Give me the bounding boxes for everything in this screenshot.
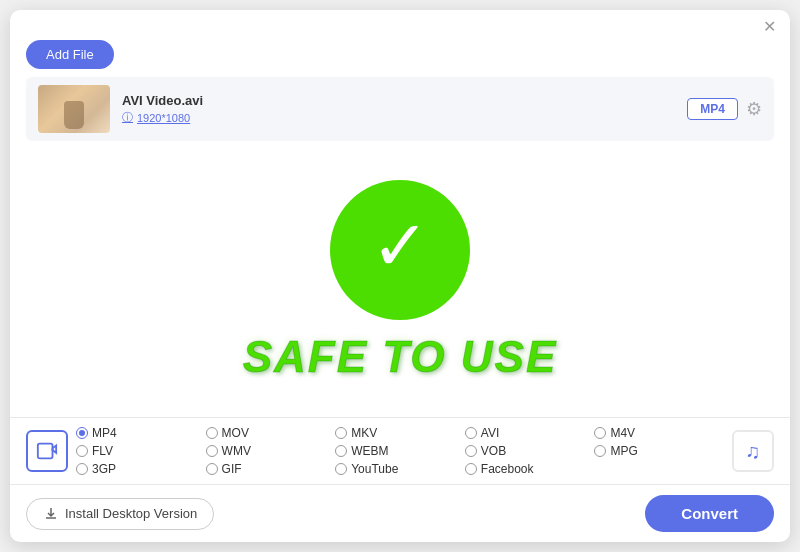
format-option-wmv[interactable]: WMV <box>206 444 336 458</box>
radio-3gp[interactable] <box>76 463 88 475</box>
format-option-m4v[interactable]: M4V <box>594 426 724 440</box>
format-badge[interactable]: MP4 <box>687 98 738 120</box>
format-option-webm[interactable]: WEBM <box>335 444 465 458</box>
close-button[interactable]: ✕ <box>760 18 778 36</box>
check-mark-icon: ✓ <box>371 211 430 281</box>
format-label-m4v: M4V <box>610 426 635 440</box>
radio-avi[interactable] <box>465 427 477 439</box>
format-option-vob[interactable]: VOB <box>465 444 595 458</box>
info-icon[interactable]: ⓘ <box>122 110 133 125</box>
settings-icon[interactable]: ⚙ <box>746 98 762 120</box>
audio-format-icon[interactable]: ♫ <box>732 430 774 472</box>
format-label-youtube: YouTube <box>351 462 398 476</box>
install-desktop-button[interactable]: Install Desktop Version <box>26 498 214 530</box>
format-option-facebook[interactable]: Facebook <box>465 462 595 476</box>
format-option-avi[interactable]: AVI <box>465 426 595 440</box>
main-window: ✕ Add File AVI Video.avi ⓘ 1920*1080 MP4… <box>10 10 790 542</box>
format-label-flv: FLV <box>92 444 113 458</box>
file-thumbnail <box>38 85 110 133</box>
radio-wmv[interactable] <box>206 445 218 457</box>
format-label-mpg: MPG <box>610 444 637 458</box>
file-name: AVI Video.avi <box>122 93 675 108</box>
check-circle: ✓ <box>330 180 470 320</box>
file-resolution: 1920*1080 <box>137 112 190 124</box>
install-label: Install Desktop Version <box>65 506 197 521</box>
toolbar: Add File <box>10 36 790 77</box>
format-option-3gp[interactable]: 3GP <box>76 462 206 476</box>
radio-facebook[interactable] <box>465 463 477 475</box>
format-label-gif: GIF <box>222 462 242 476</box>
format-label-vob: VOB <box>481 444 506 458</box>
radio-mpg[interactable] <box>594 445 606 457</box>
format-option-mov[interactable]: MOV <box>206 426 336 440</box>
svg-rect-0 <box>38 444 53 459</box>
radio-mov[interactable] <box>206 427 218 439</box>
format-label-avi: AVI <box>481 426 499 440</box>
title-bar: ✕ <box>10 10 790 36</box>
format-label-mkv: MKV <box>351 426 377 440</box>
radio-gif[interactable] <box>206 463 218 475</box>
file-meta: ⓘ 1920*1080 <box>122 110 675 125</box>
safe-to-use-text: SAFE TO USE <box>243 332 558 382</box>
format-option-gif[interactable]: GIF <box>206 462 336 476</box>
radio-vob[interactable] <box>465 445 477 457</box>
radio-flv[interactable] <box>76 445 88 457</box>
format-section: MP4 MOV MKV AVI M4V FLV <box>10 417 790 484</box>
format-option-mkv[interactable]: MKV <box>335 426 465 440</box>
file-actions: MP4 ⚙ <box>687 98 762 120</box>
format-label-3gp: 3GP <box>92 462 116 476</box>
file-info: AVI Video.avi ⓘ 1920*1080 <box>122 93 675 125</box>
format-label-mov: MOV <box>222 426 249 440</box>
format-option-flv[interactable]: FLV <box>76 444 206 458</box>
download-icon <box>43 506 59 522</box>
radio-m4v[interactable] <box>594 427 606 439</box>
radio-mkv[interactable] <box>335 427 347 439</box>
format-option-mp4[interactable]: MP4 <box>76 426 206 440</box>
convert-button[interactable]: Convert <box>645 495 774 532</box>
format-option-mpg[interactable]: MPG <box>594 444 724 458</box>
add-file-button[interactable]: Add File <box>26 40 114 69</box>
video-format-icon[interactable] <box>26 430 68 472</box>
radio-webm[interactable] <box>335 445 347 457</box>
file-row: AVI Video.avi ⓘ 1920*1080 MP4 ⚙ <box>26 77 774 141</box>
radio-youtube[interactable] <box>335 463 347 475</box>
format-option-youtube[interactable]: YouTube <box>335 462 465 476</box>
format-grid: MP4 MOV MKV AVI M4V FLV <box>76 426 724 476</box>
format-label-wmv: WMV <box>222 444 251 458</box>
format-label-webm: WEBM <box>351 444 388 458</box>
radio-mp4[interactable] <box>76 427 88 439</box>
bottom-bar: Install Desktop Version Convert <box>10 484 790 542</box>
format-label-facebook: Facebook <box>481 462 534 476</box>
format-label-mp4: MP4 <box>92 426 117 440</box>
hero-section: ✓ SAFE TO USE <box>10 141 790 417</box>
